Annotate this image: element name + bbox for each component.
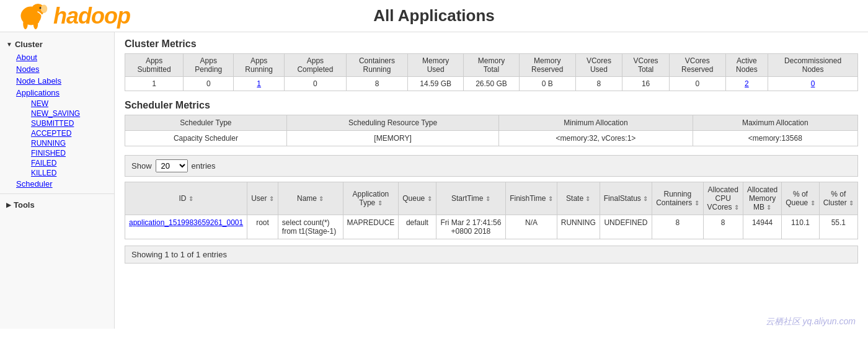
sidebar-item-accepted[interactable]: ACCEPTED xyxy=(29,128,114,138)
col-alloc-mem: AllocatedMemoryMB ⇕ xyxy=(743,182,781,215)
decommissioned-nodes-link[interactable]: 0 xyxy=(811,79,815,88)
col-running-containers: RunningContainers ⇕ xyxy=(652,182,703,215)
table-row: application_1519983659261_0001 root sele… xyxy=(125,215,858,239)
col-name: Name ⇕ xyxy=(278,182,343,215)
showing-text: Showing 1 to 1 of 1 entries xyxy=(131,250,227,259)
tools-label: Tools xyxy=(14,200,35,210)
sidebar-item-about[interactable]: About xyxy=(10,51,114,63)
sidebar-item-finished[interactable]: FINISHED xyxy=(29,148,114,158)
val-min-allocation: <memory:32, vCores:1> xyxy=(499,131,693,146)
cell-alloc-cpu: 8 xyxy=(703,215,743,239)
col-finish-time: FinishTime ⇕ xyxy=(506,182,557,215)
sidebar-item-scheduler[interactable]: Scheduler xyxy=(10,178,114,190)
col-memory-total: MemoryTotal xyxy=(464,54,520,77)
val-containers-running: 8 xyxy=(346,77,408,91)
cell-name: select count(*) from t1(Stage-1) xyxy=(278,215,343,239)
sidebar-item-submitted[interactable]: SUBMITTED xyxy=(29,118,114,128)
sidebar-item-killed[interactable]: KILLED xyxy=(29,168,114,178)
entries-label: entries xyxy=(192,161,216,171)
col-apps-running: AppsRunning xyxy=(234,54,285,77)
col-min-allocation: Minimum Allocation xyxy=(499,115,693,131)
svg-point-4 xyxy=(41,5,48,14)
content-area: Cluster Metrics AppsSubmitted AppsPendin… xyxy=(115,32,868,329)
sidebar-item-new[interactable]: NEW xyxy=(29,99,114,109)
col-final-status: FinalStatus ⇕ xyxy=(600,182,652,215)
val-scheduler-type: Capacity Scheduler xyxy=(125,131,287,146)
cluster-metrics-row: 1 0 1 0 8 14.59 GB 26.50 GB 0 B 8 16 0 2… xyxy=(125,77,858,91)
col-vcores-used: VCoresUsed xyxy=(575,54,622,77)
cluster-metrics-table: AppsSubmitted AppsPending AppsRunning Ap… xyxy=(125,53,858,91)
sidebar-item-failed[interactable]: FAILED xyxy=(29,158,114,168)
val-scheduling-resource: [MEMORY] xyxy=(286,131,498,146)
cell-id: application_1519983659261_0001 xyxy=(125,215,247,239)
col-alloc-cpu: AllocatedCPUVCores ⇕ xyxy=(703,182,743,215)
val-apps-completed: 0 xyxy=(285,77,347,91)
val-vcores-reserved: 0 xyxy=(669,77,725,91)
cell-pct-queue: 110.1 xyxy=(782,215,819,239)
col-vcores-total: VCoresTotal xyxy=(622,54,670,77)
hadoop-brand-text: hadoop xyxy=(53,3,130,29)
cluster-label: Cluster xyxy=(15,40,43,49)
sidebar-item-running[interactable]: RUNNING xyxy=(29,138,114,148)
col-apps-completed: AppsCompleted xyxy=(285,54,347,77)
col-start-time: StartTime ⇕ xyxy=(436,182,506,215)
tools-arrow-icon: ▶ xyxy=(6,202,11,208)
col-vcores-reserved: VCoresReserved xyxy=(669,54,725,77)
scheduler-metrics-table: Scheduler Type Scheduling Resource Type … xyxy=(125,115,858,146)
val-memory-reserved: 0 B xyxy=(519,77,575,91)
col-scheduling-resource: Scheduling Resource Type xyxy=(286,115,498,131)
sidebar-item-applications[interactable]: Applications xyxy=(10,87,114,99)
col-apps-submitted: AppsSubmitted xyxy=(125,54,184,77)
sidebar-item-nodes[interactable]: Nodes xyxy=(10,63,114,75)
col-state: State ⇕ xyxy=(557,182,600,215)
col-memory-used: MemoryUsed xyxy=(408,54,464,77)
apps-running-link[interactable]: 1 xyxy=(257,79,261,88)
cluster-metrics-title: Cluster Metrics xyxy=(125,38,858,50)
show-entries-bar: Show 10 20 50 100 entries xyxy=(125,155,858,177)
logo-area: hadoop xyxy=(12,0,130,33)
val-max-allocation: <memory:13568 xyxy=(693,131,857,146)
tools-section-header[interactable]: ▶ Tools xyxy=(0,198,114,212)
sidebar-item-new-saving[interactable]: NEW_SAVING xyxy=(29,109,114,118)
applications-table: ID ⇕ User ⇕ Name ⇕ ApplicationType ⇕ Que… xyxy=(125,182,858,239)
col-apps-pending: AppsPending xyxy=(184,54,234,77)
val-vcores-total: 16 xyxy=(622,77,670,91)
col-user: User ⇕ xyxy=(247,182,278,215)
cell-state: RUNNING xyxy=(557,215,600,239)
cell-pct-cluster: 55.1 xyxy=(819,215,857,239)
cell-running-containers: 8 xyxy=(652,215,703,239)
val-memory-total: 26.50 GB xyxy=(464,77,520,91)
table-footer: Showing 1 to 1 of 1 entries xyxy=(125,246,858,264)
col-active-nodes: ActiveNodes xyxy=(725,54,768,77)
col-memory-reserved: MemoryReserved xyxy=(519,54,575,77)
val-decommissioned-nodes: 0 xyxy=(768,77,858,91)
val-apps-pending: 0 xyxy=(184,77,234,91)
col-max-allocation: Maximum Allocation xyxy=(693,115,857,131)
hadoop-elephant-icon xyxy=(12,0,50,33)
page-title: All Applications xyxy=(373,6,495,25)
app-id-link[interactable]: application_1519983659261_0001 xyxy=(129,218,243,227)
app-sub-links: NEW NEW_SAVING SUBMITTED ACCEPTED RUNNIN… xyxy=(10,99,114,178)
show-label: Show xyxy=(131,161,152,171)
scheduler-metrics-title: Scheduler Metrics xyxy=(125,100,858,111)
col-containers-running: ContainersRunning xyxy=(346,54,408,77)
cell-app-type: MAPREDUCE xyxy=(343,215,399,239)
sidebar: ▼ Cluster About Nodes Node Labels Applic… xyxy=(0,32,115,329)
scheduler-metrics-row: Capacity Scheduler [MEMORY] <memory:32, … xyxy=(125,131,858,146)
col-decommissioned-nodes: DecommissionedNodes xyxy=(768,54,858,77)
entries-select[interactable]: 10 20 50 100 xyxy=(156,159,188,172)
col-pct-queue: % ofQueue ⇕ xyxy=(782,182,819,215)
cluster-links: About Nodes Node Labels Applications NEW… xyxy=(0,51,114,190)
val-memory-used: 14.59 GB xyxy=(408,77,464,91)
val-apps-running: 1 xyxy=(234,77,285,91)
svg-point-1 xyxy=(23,18,28,29)
cell-user: root xyxy=(247,215,278,239)
col-pct-cluster: % ofCluster ⇕ xyxy=(819,182,857,215)
active-nodes-link[interactable]: 2 xyxy=(745,79,749,88)
cell-start-time: Fri Mar 2 17:41:56 +0800 2018 xyxy=(436,215,506,239)
col-queue: Queue ⇕ xyxy=(399,182,436,215)
sidebar-item-node-labels[interactable]: Node Labels xyxy=(10,75,114,87)
col-scheduler-type: Scheduler Type xyxy=(125,115,287,131)
val-apps-submitted: 1 xyxy=(125,77,184,91)
cluster-section-header[interactable]: ▼ Cluster xyxy=(0,37,114,51)
